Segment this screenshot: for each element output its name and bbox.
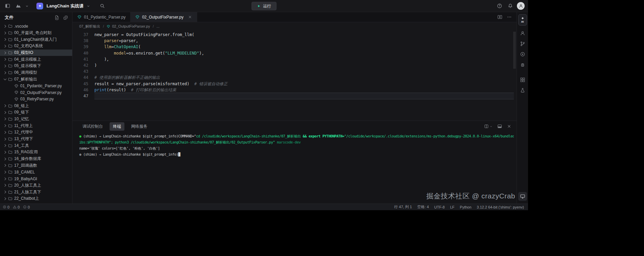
tree-item-folder[interactable]: 03_模型IO [0, 50, 72, 56]
tree-item-folder[interactable]: 12_代理中 [0, 129, 72, 136]
code-line[interactable]: parser=parser, [94, 38, 517, 44]
breadcrumb: 07_解析输出/02_OutputFixParser.py/... [72, 22, 517, 30]
split-editor-icon[interactable] [496, 13, 504, 21]
tree-item-folder[interactable]: 08_链上 [0, 102, 72, 109]
tree-item-folder[interactable]: 07_解析输出 [0, 76, 72, 83]
tree-item-folder[interactable]: 19_BabyAGI [0, 175, 72, 182]
code-line[interactable]: model=os.environ.get("LLM_MODELEND"), [94, 50, 517, 56]
profile-button[interactable] [518, 29, 527, 38]
tree-item-folder[interactable]: 22_Chatbot上 [0, 195, 72, 202]
tree-item-folder[interactable]: 20_人脉工具上 [0, 182, 72, 189]
remote-desktop-button[interactable] [518, 192, 527, 201]
statusbar-item[interactable]: 行 47, 列 1 [394, 204, 412, 210]
tree-item-label: 05_提示模板下 [14, 63, 41, 69]
collapse-all-icon[interactable] [61, 13, 69, 22]
line-number: 41 [72, 56, 88, 62]
code-line[interactable]: llm=ChatOpenAI( [94, 44, 517, 50]
tree-item-folder[interactable]: 02_文档QA系统 [0, 43, 72, 50]
folder-icon [8, 124, 12, 128]
code-line[interactable]: new_parser = OutputFixingParser.from_llm… [94, 32, 517, 38]
tree-item-folder[interactable]: 13_代理下 [0, 136, 72, 142]
status-count: 0 [18, 205, 20, 209]
search-icon[interactable] [98, 2, 107, 10]
breadcrumb-item[interactable]: 02_OutputFixParser.py [107, 24, 150, 28]
tree-item-folder[interactable]: 14_工具 [0, 142, 72, 149]
split-terminal-button[interactable] [483, 123, 494, 130]
tree-item-file[interactable]: 03_RetryParser.py [0, 96, 72, 103]
tree-item-folder[interactable]: 11_代理上 [0, 122, 72, 129]
folder-icon [8, 196, 12, 201]
project-name[interactable]: LangChain 实战课 [47, 3, 84, 9]
chevron-icon [9, 90, 13, 95]
tree-item-folder[interactable]: 09_链下 [0, 109, 72, 116]
tree-item-folder[interactable]: 06_调用模型 [0, 69, 72, 76]
branch-button[interactable] [518, 39, 527, 48]
tree-item-folder[interactable]: 15_RAG应用 [0, 149, 72, 156]
chevron-down-icon [490, 125, 493, 128]
panel-tab[interactable]: 网络服务 [128, 122, 151, 131]
statusbar-item[interactable]: LF [450, 205, 455, 209]
panel-tab[interactable]: 调试控制台 [79, 122, 106, 131]
panel-layout-button[interactable] [496, 123, 503, 130]
tree-item-folder[interactable]: 10_记忆 [0, 116, 72, 123]
flask-button[interactable] [518, 86, 527, 95]
help-icon[interactable] [495, 2, 503, 10]
editor-scrollbar[interactable] [513, 32, 516, 69]
close-icon [507, 124, 511, 129]
tree-item-folder[interactable]: 00_开篇词_奇点时刻 [0, 30, 72, 36]
target-button[interactable] [518, 50, 527, 59]
code-line[interactable]: # 使用新的解析器解析不正确的输出 [94, 74, 517, 81]
error-icon [3, 205, 6, 209]
tree-item-folder[interactable]: 21_人脉工具下 [0, 189, 72, 195]
run-button[interactable]: 运行 [252, 2, 276, 10]
status-warning[interactable]: 0 [13, 205, 20, 209]
tree-item-file[interactable]: 01_Pydantic_Parser.py [0, 83, 72, 89]
info-icon [23, 205, 27, 209]
project-chevron-down-icon[interactable] [86, 4, 91, 8]
more-actions-icon[interactable] [505, 13, 513, 21]
statusbar-item[interactable]: UTF-8 [434, 205, 445, 209]
tree-item-folder[interactable]: .vscode [0, 23, 72, 30]
panel-tab[interactable]: 终端 [110, 122, 124, 131]
breadcrumb-text: 02_OutputFixParser.py [112, 24, 150, 28]
breadcrumb-item[interactable]: ... [156, 24, 159, 28]
tree-item-file[interactable]: 02_OutputFixParser.py [0, 89, 72, 96]
tree-item-folder[interactable]: 05_提示模板下 [0, 63, 72, 69]
close-panel-button[interactable] [506, 123, 513, 130]
status-error[interactable]: 0 [3, 205, 9, 209]
grid-button[interactable] [518, 75, 527, 84]
editor-tab[interactable]: 02_OutputFixParser.py [130, 12, 197, 22]
tree-item-folder[interactable]: 01_LangChain快速入门 [0, 36, 72, 43]
app-logo-icon[interactable] [14, 2, 22, 10]
status-info[interactable]: 0 [23, 205, 30, 209]
tree-item-folder[interactable]: 17_回调函数 [0, 162, 72, 169]
avatar[interactable] [517, 2, 525, 10]
new-file-icon[interactable] [53, 13, 61, 22]
statusbar-item[interactable]: 3.12.2 64-bit ('shims': pyenv) [477, 205, 524, 209]
code-line[interactable]: print(result) # 打印解析后的输出结果 [94, 87, 517, 93]
tree-item-folder[interactable]: 16_操作数据库 [0, 156, 72, 162]
breadcrumb-item[interactable]: 07_解析输出 [79, 24, 100, 29]
statusbar-item[interactable]: Python [460, 205, 471, 209]
code-line[interactable] [94, 68, 517, 74]
bug-button[interactable] [518, 60, 527, 69]
tree-item-label: 11_代理上 [14, 123, 33, 129]
breadcrumb-separator: / [153, 24, 154, 28]
editor-tab[interactable]: 01_Pydantic_Parser.py [72, 12, 130, 22]
code-line[interactable]: result = new_parser.parse(misformatted) … [94, 81, 517, 87]
code-editor[interactable]: 3738394041424344454647 new_parser = Outp… [72, 30, 517, 121]
code-line[interactable]: ), [94, 56, 517, 62]
chevron-icon [3, 130, 7, 135]
bell-icon[interactable] [506, 2, 514, 10]
tree-item-folder[interactable]: 18_CAMEL [0, 169, 72, 175]
workspace-chevron-down-icon[interactable] [25, 4, 30, 8]
chevron-icon [3, 31, 7, 35]
tab-close-icon[interactable] [188, 15, 192, 19]
chevron-icon [3, 110, 7, 115]
tree-item-folder[interactable]: 04_提示模板上 [0, 56, 72, 63]
statusbar-item[interactable]: 空格: 4 [417, 204, 429, 210]
sidebar-toggle-icon[interactable] [3, 2, 11, 10]
code-line[interactable] [94, 93, 514, 99]
code-line[interactable]: ) [94, 62, 517, 68]
ai-assistant-button[interactable]: AI [518, 14, 527, 26]
